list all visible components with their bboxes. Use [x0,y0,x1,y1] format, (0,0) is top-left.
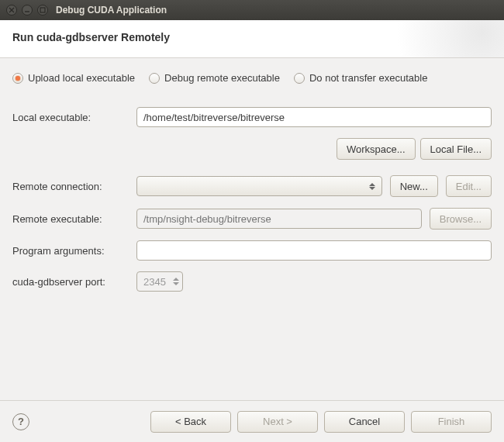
transfer-mode-group: Upload local executable Debug remote exe… [12,72,492,84]
radio-label: Upload local executable [28,72,135,84]
local-executable-input[interactable] [136,107,492,127]
page-title: Run cuda-gdbserver Remotely [12,31,492,43]
workspace-button[interactable]: Workspace... [337,138,416,160]
stepper-arrows-icon [173,278,179,285]
program-arguments-input[interactable] [136,240,492,261]
edit-connection-button: Edit... [446,175,492,197]
remote-connection-select[interactable] [136,176,382,196]
radio-label: Do not transfer executable [309,72,427,84]
next-button: Next > [237,411,318,433]
local-executable-label: Local executable: [12,112,129,123]
radio-icon [12,73,23,84]
finish-button: Finish [411,411,492,433]
back-button[interactable]: < Back [150,411,231,433]
browse-button: Browse... [430,208,492,230]
radio-icon [294,73,305,84]
cancel-button[interactable]: Cancel [324,411,405,433]
remote-executable-label: Remote executable: [12,213,129,225]
program-arguments-label: Program arguments: [12,245,129,257]
titlebar: Debug CUDA Application [0,0,504,20]
radio-upload-local[interactable]: Upload local executable [12,72,135,84]
radio-icon [149,73,160,84]
minimize-icon[interactable] [22,5,33,16]
remote-executable-input [136,209,422,229]
wizard-content: Upload local executable Debug remote exe… [0,58,504,292]
radio-no-transfer[interactable]: Do not transfer executable [294,72,427,84]
remote-connection-label: Remote connection: [12,181,129,192]
svg-rect-0 [40,8,45,12]
wizard-footer: ? < Back Next > Cancel Finish [0,400,504,442]
gdb-port-value: 2345 [143,276,173,288]
new-connection-button[interactable]: New... [390,175,438,197]
window-title: Debug CUDA Application [56,5,167,16]
gdb-port-stepper: 2345 [136,271,183,292]
close-icon[interactable] [6,5,17,16]
radio-debug-remote[interactable]: Debug remote executable [149,72,280,84]
gdb-port-label: cuda-gdbserver port: [12,276,129,288]
maximize-icon[interactable] [37,5,48,16]
radio-label: Debug remote executable [164,72,280,84]
local-file-button[interactable]: Local File... [420,138,492,160]
chevron-updown-icon [369,183,377,190]
wizard-header: Run cuda-gdbserver Remotely [0,20,504,58]
help-button[interactable]: ? [12,413,29,430]
